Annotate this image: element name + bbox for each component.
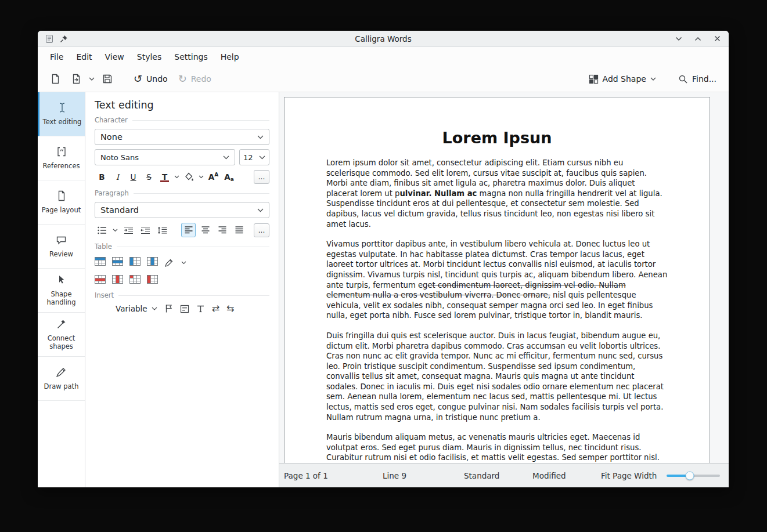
text-color-button[interactable]: T	[157, 169, 172, 184]
paragraph-style-combobox[interactable]: Standard	[95, 202, 269, 218]
bold-button[interactable]: B	[95, 169, 109, 184]
character-more-button[interactable]: ...	[254, 170, 269, 184]
font-size-combobox[interactable]: 12	[239, 149, 269, 165]
document-body: Lorem ipsum dolor sit amet, consectetur …	[326, 158, 668, 463]
window-shade-icon[interactable]	[674, 34, 683, 44]
text-run-normal: Duis fringilla dui quis est scelerisque …	[326, 331, 664, 422]
text-cursor-icon	[57, 102, 67, 114]
undo-icon: ↺	[134, 74, 142, 84]
subscript-button[interactable]: Aa	[222, 169, 236, 184]
document-page[interactable]: Lorem Ipsun Lorem ipsum dolor sit amet, …	[284, 97, 710, 463]
sidebar-tab-draw-path[interactable]: Draw path	[38, 357, 85, 401]
sidebar-tab-references[interactable]: References	[38, 136, 85, 180]
page-layout-icon	[56, 190, 67, 202]
document-paragraph[interactable]: Duis fringilla dui quis est scelerisque …	[326, 331, 668, 422]
table-section-label: Table	[95, 243, 269, 251]
connector-pen-icon	[56, 319, 67, 330]
superscript-button[interactable]: AA	[206, 169, 221, 184]
document-paragraph[interactable]: Vivamus porttitor dapibus ante, in vesti…	[326, 239, 668, 321]
underline-button[interactable]: U	[126, 169, 141, 184]
document-paragraph[interactable]: Lorem ipsum dolor sit amet, consectetur …	[326, 158, 668, 229]
align-justify-button[interactable]	[232, 223, 246, 237]
paragraph-section-label: Paragraph	[95, 189, 269, 197]
exchange-arrows-icon[interactable]: ⇆	[226, 304, 234, 313]
swap-arrows-icon[interactable]: ⇄	[212, 304, 219, 313]
menu-settings[interactable]: Settings	[168, 49, 214, 65]
document-title[interactable]: Lorem Ipsun	[326, 129, 668, 147]
character-style-combobox[interactable]: None	[95, 129, 269, 145]
docker-tabstrip: Text editing References Page layout Revi…	[38, 92, 85, 487]
menu-file[interactable]: File	[44, 49, 70, 65]
sidebar-tab-review[interactable]: Review	[38, 225, 85, 269]
add-shape-button[interactable]: Add Shape	[585, 72, 660, 86]
insert-row-above-button[interactable]	[95, 257, 106, 268]
status-modified-badge: Modified	[532, 471, 601, 480]
split-cells-button[interactable]	[147, 275, 158, 286]
delete-row-button[interactable]	[95, 275, 106, 286]
redo-button[interactable]: ↻ Redo	[174, 71, 215, 86]
open-recent-chevron-icon[interactable]	[88, 76, 96, 82]
find-button[interactable]: Find...	[674, 72, 721, 86]
status-zoom-mode[interactable]: Fit Page Width	[601, 471, 657, 480]
sidebar-tab-connect-shapes[interactable]: Connect shapes	[38, 313, 85, 357]
insert-row-below-button[interactable]	[112, 257, 123, 268]
highlight-color-chevron-icon[interactable]	[197, 169, 205, 184]
paragraph-more-button[interactable]: ...	[254, 223, 269, 237]
bookmark-button[interactable]	[164, 304, 173, 313]
delete-column-button[interactable]	[112, 275, 123, 286]
align-justify-icon	[235, 226, 244, 234]
references-icon	[56, 146, 67, 158]
strikethrough-button[interactable]: S	[142, 169, 156, 184]
italic-button[interactable]: I	[110, 169, 125, 184]
highlight-color-button[interactable]	[182, 169, 196, 184]
sidebar-tab-page-layout[interactable]: Page layout	[38, 180, 85, 225]
merge-cells-button[interactable]	[129, 275, 141, 286]
align-right-button[interactable]	[215, 223, 229, 237]
document-paragraph[interactable]: Mauris bibendum aliquam metus, ac venena…	[326, 432, 668, 463]
text-color-chevron-icon[interactable]	[173, 169, 181, 184]
status-page-info[interactable]: Page 1 of 1	[284, 471, 383, 480]
window-close-icon[interactable]	[712, 34, 722, 44]
zoom-slider[interactable]	[667, 475, 720, 477]
document-canvas[interactable]: Lorem Ipsun Lorem ipsum dolor sit amet, …	[279, 92, 729, 463]
frame-icon	[180, 305, 189, 313]
add-shape-icon	[589, 74, 599, 84]
menu-view[interactable]: View	[99, 49, 131, 65]
pin-icon[interactable]	[60, 35, 68, 43]
table-border-chevron-icon[interactable]	[180, 255, 188, 270]
open-document-button[interactable]	[67, 71, 85, 86]
align-right-icon	[218, 226, 227, 234]
menu-edit[interactable]: Edit	[70, 49, 98, 65]
window-maximize-icon[interactable]	[693, 34, 703, 44]
redo-icon: ↻	[178, 74, 187, 84]
table-border-pen-button[interactable]	[164, 258, 174, 267]
save-button[interactable]	[98, 71, 117, 86]
titlebar[interactable]: Calligra Words	[38, 31, 729, 47]
character-section-label: Character	[95, 116, 269, 124]
text-editing-panel: Text editing Character None Noto Sans 12…	[85, 92, 279, 487]
menu-styles[interactable]: Styles	[131, 49, 168, 65]
panel-title: Text editing	[95, 99, 269, 111]
zoom-slider-handle[interactable]	[686, 471, 694, 480]
variable-button[interactable]: Variable	[116, 304, 157, 313]
sidebar-tab-text-editing[interactable]: Text editing	[38, 92, 85, 136]
insert-column-left-button[interactable]	[129, 257, 141, 268]
menu-help[interactable]: Help	[214, 49, 246, 65]
text-frame-button[interactable]	[180, 305, 189, 313]
align-left-button[interactable]	[181, 223, 196, 237]
status-style-info[interactable]: Standard	[464, 471, 532, 480]
undo-button[interactable]: ↺ Undo	[129, 71, 172, 86]
indent-more-button[interactable]	[121, 223, 136, 237]
font-family-combobox[interactable]: Noto Sans	[95, 149, 235, 165]
list-format-chevron-icon[interactable]	[111, 223, 119, 237]
insert-text-button[interactable]	[196, 305, 205, 313]
add-shape-chevron-icon	[650, 77, 656, 81]
sidebar-tab-shape-handling[interactable]: Shape handling	[38, 269, 85, 313]
insert-column-right-button[interactable]	[147, 257, 158, 268]
align-center-button[interactable]	[198, 223, 213, 237]
status-line-info: Line 9	[383, 471, 464, 480]
new-document-button[interactable]	[46, 71, 64, 86]
list-format-button[interactable]	[95, 223, 109, 237]
line-spacing-button[interactable]	[155, 223, 170, 237]
indent-less-button[interactable]	[138, 223, 153, 237]
